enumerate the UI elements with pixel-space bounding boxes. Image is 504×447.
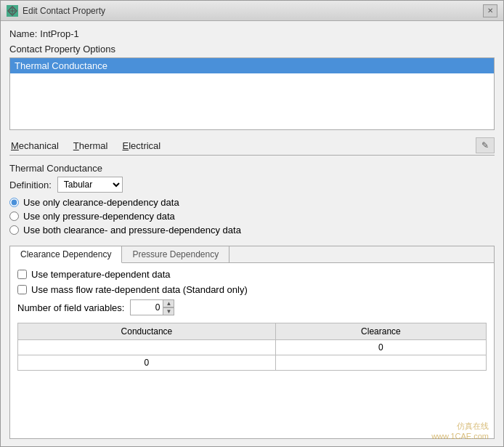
close-button[interactable]: ✕ bbox=[483, 4, 497, 17]
main-window: Edit Contact Property ✕ Name: IntProp-1 … bbox=[0, 0, 504, 447]
name-row: Name: IntProp-1 bbox=[9, 28, 495, 39]
tab-group: Mechanical Thermal Electrical bbox=[9, 139, 162, 153]
sub-tabs-container: Clearance Dependency Pressure Dependency… bbox=[9, 246, 495, 439]
cell-clearance-2[interactable] bbox=[275, 355, 486, 371]
name-value: IntProp-1 bbox=[40, 28, 78, 39]
radio-group: Use only clearance-dependency data Use o… bbox=[9, 197, 495, 235]
sub-tab-clearance[interactable]: Clearance Dependency bbox=[10, 246, 122, 263]
edit-button[interactable]: ✎ bbox=[476, 137, 495, 153]
watermark-1: 仿真在线 bbox=[457, 421, 489, 432]
checkbox-temperature[interactable]: Use temperature-dependent data bbox=[17, 269, 487, 280]
cell-conductance-2[interactable]: 0 bbox=[18, 355, 276, 371]
title-bar-left: Edit Contact Property bbox=[7, 5, 105, 17]
sub-tabs-row: Clearance Dependency Pressure Dependency bbox=[10, 246, 494, 263]
field-var-input[interactable] bbox=[130, 299, 163, 315]
section-title: Thermal Conductance bbox=[9, 163, 495, 174]
window-icon bbox=[7, 5, 18, 17]
thermal-section: Thermal Conductance Definition: Tabular … bbox=[9, 160, 495, 235]
spinner-up[interactable]: ▲ bbox=[163, 299, 174, 307]
definition-row: Definition: Tabular bbox=[9, 177, 495, 193]
field-var-label: Number of field variables: bbox=[17, 302, 124, 313]
contact-property-section: Contact Property Options Thermal Conduct… bbox=[9, 44, 495, 130]
options-list[interactable]: Thermal Conductance bbox=[9, 57, 495, 130]
spinner-wrap: ▲ ▼ bbox=[130, 299, 174, 315]
radio-both[interactable]: Use both clearance- and pressure-depende… bbox=[9, 225, 495, 235]
list-item[interactable]: Thermal Conductance bbox=[10, 58, 494, 73]
sub-tab-content: Use temperature-dependent data Use mass … bbox=[10, 263, 494, 438]
field-var-row: Number of field variables: ▲ ▼ bbox=[17, 299, 487, 315]
name-label: Name: bbox=[9, 28, 37, 39]
sub-tab-pressure[interactable]: Pressure Dependency bbox=[122, 246, 229, 262]
table-row: 0 bbox=[18, 340, 487, 355]
window-title: Edit Contact Property bbox=[23, 6, 105, 16]
tab-mechanical[interactable]: Mechanical bbox=[9, 139, 60, 153]
table-row: 0 bbox=[18, 355, 487, 371]
cell-conductance-1[interactable] bbox=[18, 340, 276, 355]
radio-clearance-only[interactable]: Use only clearance-dependency data bbox=[9, 197, 495, 208]
spinner-down[interactable]: ▼ bbox=[163, 307, 174, 315]
col-conductance: Conductance bbox=[18, 323, 276, 340]
cell-clearance-1[interactable]: 0 bbox=[275, 340, 486, 355]
conductance-table: Conductance Clearance 0 0 bbox=[17, 323, 487, 371]
content-area: Name: IntProp-1 Contact Property Options… bbox=[1, 21, 503, 446]
contact-options-label: Contact Property Options bbox=[9, 44, 495, 55]
definition-label: Definition: bbox=[9, 180, 52, 190]
col-clearance: Clearance bbox=[275, 323, 486, 340]
checkbox-massflow[interactable]: Use mass flow rate-dependent data (Stand… bbox=[17, 284, 487, 295]
tab-thermal[interactable]: Thermal bbox=[72, 139, 110, 153]
radio-pressure-only[interactable]: Use only pressure-dependency data bbox=[9, 211, 495, 222]
watermark-2: www.1CAE.com bbox=[431, 432, 489, 440]
spinner-buttons: ▲ ▼ bbox=[163, 299, 174, 315]
tabs-row: Mechanical Thermal Electrical ✎ bbox=[9, 137, 495, 156]
title-bar: Edit Contact Property ✕ bbox=[1, 1, 503, 21]
tab-electrical[interactable]: Electrical bbox=[121, 139, 162, 153]
definition-select[interactable]: Tabular bbox=[57, 177, 123, 193]
